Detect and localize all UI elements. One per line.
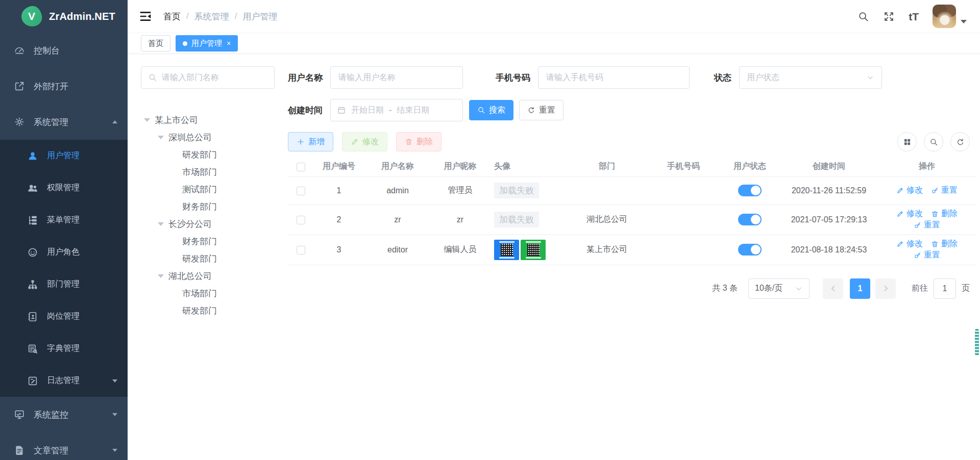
row-checkbox[interactable] — [297, 187, 305, 195]
select-all-checkbox-cell — [288, 157, 313, 176]
status-toggle[interactable] — [738, 214, 762, 225]
tree-expand-caret-icon[interactable] — [144, 118, 150, 122]
sidebar-item-users[interactable]: 权限管理 — [0, 172, 128, 204]
chevron-right-icon — [882, 285, 890, 292]
reset-button-label: 重置 — [539, 105, 555, 116]
sidebar-item-badge[interactable]: 岗位管理 — [0, 300, 128, 333]
scrollbar-thumb[interactable] — [975, 329, 979, 355]
edit-row-button[interactable]: 修改 — [896, 185, 923, 196]
sidebar-item-dashboard[interactable]: 控制台 — [0, 33, 128, 68]
edit-row-button[interactable]: 修改 — [896, 209, 923, 219]
breadcrumb-separator: / — [186, 11, 189, 21]
phone-input[interactable] — [538, 66, 690, 89]
breadcrumb-separator: / — [235, 11, 237, 21]
font-size-icon[interactable]: tT — [909, 11, 919, 22]
tree-expand-caret-icon[interactable] — [158, 274, 164, 278]
chevron-down-icon — [112, 449, 117, 452]
tree-node-label: 某上市公司 — [155, 114, 198, 126]
sidebar-item-article[interactable]: 文章管理 — [0, 432, 128, 460]
trash-icon — [931, 210, 939, 218]
cell-phone — [648, 176, 719, 205]
app-logo[interactable]: V ZrAdmin.NET — [0, 0, 128, 33]
prev-page-button[interactable] — [823, 278, 843, 299]
sidebar-item-monitor[interactable]: 系统监控 — [0, 397, 128, 432]
edit-user-button[interactable]: 修改 — [342, 132, 387, 151]
sidebar-item-external-link[interactable]: 外部打开 — [0, 68, 128, 104]
tree-node[interactable]: 深圳总公司 — [141, 129, 275, 146]
sidebar-item-user[interactable]: 用户管理 — [0, 140, 128, 172]
tree-node[interactable]: 财务部门 — [141, 198, 275, 215]
goto-page-input[interactable] — [934, 278, 956, 299]
sidebar-item-dictionary[interactable]: 字典管理 — [0, 333, 128, 365]
sidebar-item-sitemap[interactable]: 部门管理 — [0, 268, 128, 300]
date-range-input[interactable]: 开始日期 - 结束日期 — [330, 99, 463, 121]
tree-node[interactable]: 研发部门 — [141, 250, 275, 267]
tree-node[interactable]: 某上市公司 — [141, 111, 275, 129]
page-size-select[interactable]: 10条/页 — [748, 278, 810, 299]
delete-user-button[interactable]: 删除 — [396, 132, 442, 151]
tree-node[interactable]: 湖北总公司 — [141, 267, 275, 285]
sidebar-item-label: 权限管理 — [47, 183, 117, 193]
tree-node[interactable]: 长沙分公司 — [141, 215, 275, 233]
badge-icon — [27, 311, 38, 322]
fullscreen-icon[interactable] — [883, 11, 895, 22]
dept-search-input[interactable]: 请输入部门名称 — [141, 66, 275, 89]
tree-node-label: 深圳总公司 — [168, 132, 212, 143]
tab-首页[interactable]: 首页 — [141, 35, 170, 52]
tree-node[interactable]: 测试部门 — [141, 181, 275, 198]
column-header: 用户名称 — [364, 157, 431, 176]
tree-node[interactable]: 市场部门 — [141, 163, 275, 181]
gear-icon — [14, 116, 25, 127]
column-header: 操作 — [877, 157, 976, 176]
navbar-actions: tT — [857, 5, 967, 28]
row-checkbox-cell — [288, 176, 313, 205]
tab-close-icon[interactable]: × — [227, 40, 231, 47]
username-input[interactable] — [330, 66, 463, 89]
delete-row-button[interactable]: 删除 — [931, 239, 958, 249]
tree-node[interactable]: 财务部门 — [141, 233, 275, 250]
search-button[interactable]: 搜索 — [469, 100, 513, 120]
phone-label: 手机号码 — [496, 72, 530, 84]
sidebar-item-face[interactable]: 用户角色 — [0, 236, 128, 268]
edit-row-button[interactable]: 修改 — [896, 239, 923, 249]
next-page-button[interactable] — [875, 278, 896, 299]
status-toggle[interactable] — [738, 244, 762, 255]
cell-status — [719, 176, 780, 205]
select-all-checkbox[interactable] — [297, 163, 305, 171]
sidebar-item-log[interactable]: 日志管理 — [0, 365, 128, 397]
breadcrumb-item[interactable]: 首页 — [163, 11, 181, 22]
page-1-button[interactable]: 1 — [850, 278, 870, 299]
reset-row-button[interactable]: 重置 — [914, 220, 940, 231]
add-user-button[interactable]: 新增 — [288, 132, 333, 151]
delete-row-button[interactable]: 删除 — [931, 209, 958, 219]
search-icon[interactable] — [857, 11, 869, 22]
row-checkbox[interactable] — [297, 216, 305, 224]
reset-row-button[interactable]: 重置 — [931, 185, 958, 196]
tree-expand-caret-icon[interactable] — [158, 222, 164, 226]
sidebar-item-label: 日志管理 — [47, 375, 104, 386]
tree-node[interactable]: 研发部门 — [141, 302, 275, 319]
reset-button[interactable]: 重置 — [519, 100, 564, 120]
show-search-button[interactable] — [924, 132, 943, 151]
sitemap-icon — [27, 279, 38, 290]
user-menu[interactable] — [933, 5, 967, 28]
columns-toggle-button[interactable] — [897, 132, 917, 151]
status-select[interactable]: 用户状态 — [739, 66, 882, 89]
sidebar-item-gear[interactable]: 系统管理 — [0, 104, 128, 140]
tab-用户管理[interactable]: 用户管理× — [176, 35, 238, 52]
refresh-table-button[interactable] — [950, 132, 970, 151]
status-toggle[interactable] — [738, 185, 762, 196]
cell-avatar: 加载失败 — [489, 176, 566, 205]
tree-node[interactable]: 市场部门 — [141, 285, 275, 302]
sidebar-collapse-icon[interactable] — [139, 10, 152, 23]
tree-expand-caret-icon[interactable] — [158, 136, 164, 139]
trash-icon — [405, 138, 413, 146]
trash-icon — [931, 240, 939, 248]
chevron-left-icon — [829, 285, 837, 292]
tree-node[interactable]: 研发部门 — [141, 146, 275, 163]
reset-row-button[interactable]: 重置 — [914, 250, 940, 261]
row-checkbox[interactable] — [297, 246, 305, 254]
table-header-row: 用户编号用户名称用户昵称头像部门手机号码用户状态创建时间操作 — [288, 157, 976, 176]
user-panel: 用户名称 手机号码 状态 用户状态 创建时间 开始日期 - — [288, 66, 970, 460]
sidebar-item-menu-tree[interactable]: 菜单管理 — [0, 204, 128, 236]
